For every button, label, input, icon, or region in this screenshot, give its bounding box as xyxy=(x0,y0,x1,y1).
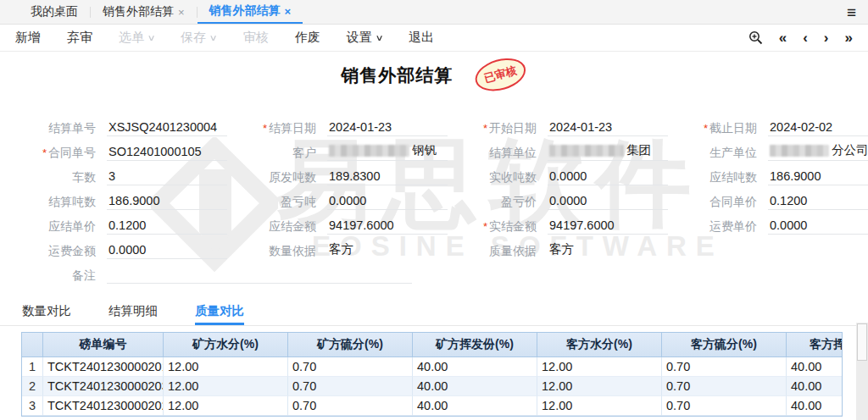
cell-mine-volatile[interactable]: 40.00 xyxy=(413,396,537,416)
field-label: 实结金额 xyxy=(489,219,537,233)
quality-basis-value[interactable]: 客方 xyxy=(548,241,668,259)
row-number: 2 xyxy=(22,377,43,396)
cell-mine-volatile[interactable]: 40.00 xyxy=(413,357,537,377)
cell-mine-moisture[interactable]: 12.00 xyxy=(164,396,288,416)
col-header-customer-sulfur[interactable]: 客方硫分(%) xyxy=(662,333,787,357)
settlement-unit-input[interactable]: 集团 xyxy=(548,142,668,161)
freight-price-input[interactable]: 0.0000 xyxy=(768,218,868,235)
cell-ticket-no[interactable]: TCKT2401230000202 xyxy=(43,396,164,416)
field-label: 应结吨数 xyxy=(709,170,757,184)
due-price-input[interactable]: 0.1200 xyxy=(107,218,227,235)
quantity-basis-value[interactable]: 客方 xyxy=(327,241,448,259)
close-icon[interactable]: × xyxy=(285,5,292,18)
gain-loss-price-input[interactable]: 0.0000 xyxy=(548,194,668,210)
field-label: 实收吨数 xyxy=(489,170,537,184)
col-header-rownum[interactable] xyxy=(22,333,43,357)
remark-input[interactable] xyxy=(107,268,412,284)
field-received-tons: 实收吨数 0.0000 xyxy=(448,164,668,189)
original-tons-input[interactable]: 189.8300 xyxy=(327,169,448,185)
field-label: 车数 xyxy=(72,170,96,184)
cell-customer-moisture[interactable]: 12.00 xyxy=(537,396,662,416)
field-label: 开始日期 xyxy=(489,121,537,135)
contract-no-input[interactable]: SO12401000105 xyxy=(107,145,227,161)
tab-quantity-compare[interactable]: 数量对比 xyxy=(22,300,71,325)
cell-mine-sulfur[interactable]: 0.70 xyxy=(288,396,413,416)
button-label: 作废 xyxy=(295,30,320,46)
settlement-date-input[interactable]: 2024-01-23 xyxy=(327,120,448,136)
cell-customer-sulfur[interactable]: 0.70 xyxy=(662,396,787,416)
cell-customer-volatile[interactable]: 40.00 xyxy=(787,377,843,396)
unapprove-button[interactable]: 弃审 xyxy=(67,30,92,46)
button-label: 新增 xyxy=(15,30,41,46)
production-unit-input[interactable]: 分公司 xyxy=(768,142,868,161)
scrollbar-thumb[interactable] xyxy=(857,323,867,361)
col-header-ticket-no[interactable]: 磅单编号 xyxy=(43,333,164,357)
col-header-mine-sulfur[interactable]: 矿方硫分(%) xyxy=(288,333,413,357)
field-quality-basis: 质量依据 客方 xyxy=(448,238,668,262)
page-title: 销售外部结算 xyxy=(341,64,453,87)
void-button[interactable]: 作废 xyxy=(295,30,320,46)
zoom-in-icon[interactable] xyxy=(748,30,763,45)
actual-amount-input[interactable]: 94197.6000 xyxy=(548,218,668,235)
first-record-icon[interactable]: « xyxy=(779,30,787,45)
field-due-amount: 应结金额 94197.6000 xyxy=(227,213,448,238)
cell-mine-sulfur[interactable]: 0.70 xyxy=(288,357,413,377)
settlement-no-input[interactable]: XSJSQ2401230004 xyxy=(107,120,227,136)
settled-tons-input[interactable]: 186.9000 xyxy=(107,194,227,210)
due-amount-input[interactable]: 94197.6000 xyxy=(327,218,448,235)
field-quantity-basis: 数量依据 客方 xyxy=(227,238,448,262)
field-contract-no: *合同单号 SO12401000105 xyxy=(7,140,227,164)
last-record-icon[interactable]: » xyxy=(845,30,853,45)
settings-button[interactable]: 设置 ∨ xyxy=(347,30,382,46)
col-header-mine-moisture[interactable]: 矿方水分(%) xyxy=(164,333,288,357)
customer-input[interactable]: 钢钒 xyxy=(327,142,448,161)
new-button[interactable]: 新增 xyxy=(15,30,41,46)
cell-ticket-no[interactable]: TCKT2401230000203 xyxy=(43,377,164,396)
cell-customer-volatile[interactable]: 40.00 xyxy=(787,396,843,416)
field-end-date: *截止日期 2024-02-02 xyxy=(668,115,868,140)
field-freight-price: 运费单价 0.0000 xyxy=(668,213,868,238)
pick-order-button[interactable]: 选单 ∨ xyxy=(119,30,154,46)
close-icon[interactable]: × xyxy=(178,6,185,19)
col-header-customer-volatile[interactable]: 客方挥发份(%) xyxy=(787,333,843,357)
tab-quality-compare[interactable]: 质量对比 xyxy=(195,300,244,325)
field-start-date: *开始日期 2024-01-23 xyxy=(448,115,668,140)
field-label: 备注 xyxy=(72,268,96,282)
tab-my-desktop[interactable]: 我的桌面 xyxy=(19,0,90,24)
tab-settlement-detail[interactable]: 结算明细 xyxy=(108,300,158,325)
col-header-customer-moisture[interactable]: 客方水分(%) xyxy=(537,333,662,357)
cell-mine-sulfur[interactable]: 0.70 xyxy=(288,377,413,396)
field-label: 截止日期 xyxy=(709,121,757,135)
contract-price-input[interactable]: 0.1200 xyxy=(768,194,868,210)
truck-count-input[interactable]: 3 xyxy=(107,169,227,185)
exit-button[interactable]: 退出 xyxy=(409,30,434,46)
field-original-tons: 原发吨数 189.8300 xyxy=(227,164,448,189)
field-label: 结算吨数 xyxy=(48,195,96,208)
end-date-input[interactable]: 2024-02-02 xyxy=(768,120,868,136)
tab-sales-external-settlement-2[interactable]: 销售外部结算 × xyxy=(198,0,303,24)
cell-customer-moisture[interactable]: 12.00 xyxy=(537,377,662,396)
cell-mine-moisture[interactable]: 12.00 xyxy=(164,357,288,377)
field-gain-loss-tons: 盈亏吨 0.0000 xyxy=(227,189,448,213)
vertical-scrollbar[interactable] xyxy=(856,323,868,420)
due-tons-input[interactable]: 186.9000 xyxy=(768,169,868,185)
hamburger-menu-icon[interactable]: ≡ xyxy=(847,4,856,20)
cell-mine-volatile[interactable]: 40.00 xyxy=(413,377,537,396)
start-date-input[interactable]: 2024-01-23 xyxy=(548,120,668,136)
tab-sales-external-settlement-1[interactable]: 销售外部结算 × xyxy=(91,0,197,24)
cell-customer-moisture[interactable]: 12.00 xyxy=(537,357,662,377)
approve-button[interactable]: 审核 xyxy=(243,30,269,46)
gain-loss-tons-input[interactable]: 0.0000 xyxy=(327,194,448,210)
cell-customer-volatile[interactable]: 40.00 xyxy=(787,357,843,377)
prev-record-icon[interactable]: ‹ xyxy=(803,30,808,45)
cell-customer-sulfur[interactable]: 0.70 xyxy=(662,357,787,377)
save-button[interactable]: 保存 ∨ xyxy=(181,30,216,46)
next-record-icon[interactable]: › xyxy=(824,30,829,45)
cell-customer-sulfur[interactable]: 0.70 xyxy=(662,377,787,396)
freight-amount-input[interactable]: 0.0000 xyxy=(107,243,227,259)
button-label: 设置 xyxy=(347,30,372,46)
cell-mine-moisture[interactable]: 12.00 xyxy=(164,377,288,396)
col-header-mine-volatile[interactable]: 矿方挥发份(%) xyxy=(413,333,537,357)
received-tons-input[interactable]: 0.0000 xyxy=(548,169,668,185)
cell-ticket-no[interactable]: TCKT2401230000201 xyxy=(43,357,164,377)
